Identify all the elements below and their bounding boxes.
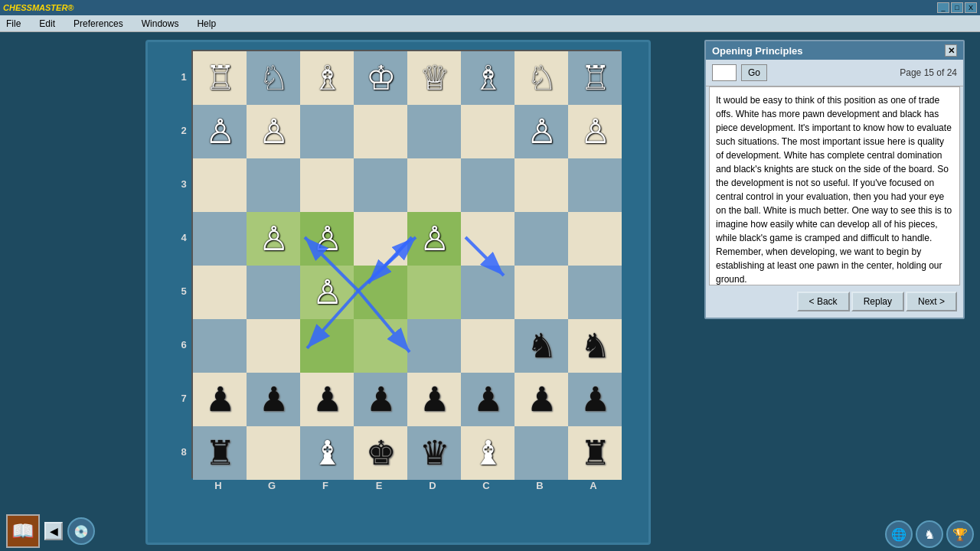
chess-square[interactable]: ♘ <box>247 51 300 105</box>
chess-square[interactable] <box>193 212 247 266</box>
nav-left-button[interactable]: ◀ <box>44 522 63 540</box>
chess-square[interactable]: ♘ <box>514 51 568 105</box>
chess-square[interactable]: ♟ <box>193 373 247 426</box>
chess-square[interactable]: ♙ <box>300 212 354 266</box>
chess-square[interactable] <box>514 158 568 212</box>
chess-square[interactable]: ♟ <box>407 373 461 426</box>
chess-square[interactable] <box>568 266 622 319</box>
chess-square[interactable] <box>300 319 354 373</box>
menu-help[interactable]: Help <box>194 17 219 31</box>
chess-square[interactable]: ♙ <box>193 105 247 158</box>
chess-square[interactable] <box>354 212 407 266</box>
chess-square[interactable]: ♝ <box>300 426 354 480</box>
chess-square[interactable] <box>193 266 247 319</box>
chess-square[interactable]: ♙ <box>247 105 300 158</box>
black-piece: ♟ <box>259 383 289 416</box>
chess-square[interactable]: ♞ <box>514 319 568 373</box>
chess-square[interactable] <box>354 105 407 158</box>
chess-square[interactable]: ♜ <box>193 426 247 480</box>
chess-square[interactable] <box>514 266 568 319</box>
trophy-icon[interactable]: 🏆 <box>946 520 974 548</box>
chess-square[interactable] <box>247 319 300 373</box>
chess-square[interactable] <box>407 319 461 373</box>
chess-square[interactable] <box>300 105 354 158</box>
chess-square[interactable] <box>407 158 461 212</box>
chess-square[interactable] <box>461 212 514 266</box>
chess-square[interactable]: ♖ <box>193 51 247 105</box>
chess-square[interactable]: ♟ <box>568 373 622 426</box>
chess-square[interactable] <box>354 319 407 373</box>
chess-square[interactable] <box>354 266 407 319</box>
rank-4: 4 <box>176 210 191 264</box>
chess-square[interactable] <box>568 158 622 212</box>
chess-square[interactable] <box>514 426 568 480</box>
chess-square[interactable]: ♔ <box>354 51 407 105</box>
window-controls[interactable]: _ □ X <box>937 2 977 13</box>
chess-square[interactable]: ♟ <box>300 373 354 426</box>
white-piece: ♘ <box>259 61 289 95</box>
menu-preferences[interactable]: Preferences <box>70 17 126 31</box>
chess-square[interactable] <box>407 105 461 158</box>
black-piece: ♟ <box>420 383 449 416</box>
white-piece: ♔ <box>366 61 396 95</box>
panel-close-button[interactable]: ✕ <box>945 44 957 57</box>
chess-square[interactable] <box>461 158 514 212</box>
chess-square[interactable]: ♕ <box>407 51 461 105</box>
disc-icon[interactable]: 💿 <box>67 517 95 545</box>
chess-square[interactable]: ♗ <box>461 51 514 105</box>
black-piece: ♛ <box>420 436 449 470</box>
book-icon[interactable]: 📖 <box>6 514 40 548</box>
chess-square[interactable]: ♙ <box>407 212 461 266</box>
globe-icon[interactable]: 🌐 <box>885 520 913 548</box>
chess-square[interactable] <box>407 266 461 319</box>
black-piece: ♟ <box>473 383 503 416</box>
chess-square[interactable] <box>461 105 514 158</box>
chess-square[interactable]: ♟ <box>354 373 407 426</box>
file-d: D <box>406 480 459 491</box>
chess-square[interactable]: ♟ <box>247 373 300 426</box>
chess-square[interactable]: ♖ <box>568 51 622 105</box>
go-input[interactable] <box>712 64 737 81</box>
white-piece: ♙ <box>205 115 235 148</box>
chess-square[interactable] <box>300 158 354 212</box>
chess-square[interactable] <box>247 426 300 480</box>
chess-square[interactable]: ♟ <box>461 373 514 426</box>
restore-button[interactable]: □ <box>951 2 963 13</box>
chess-square[interactable]: ♛ <box>407 426 461 480</box>
chess-square[interactable]: ♙ <box>300 266 354 319</box>
logo-text: CHESSMASTER® <box>3 3 74 12</box>
close-button[interactable]: X <box>965 2 977 13</box>
menu-edit[interactable]: Edit <box>36 17 58 31</box>
menu-windows[interactable]: Windows <box>139 17 182 31</box>
next-button[interactable]: Next > <box>906 292 957 311</box>
menu-file[interactable]: File <box>3 17 24 31</box>
chess-square[interactable]: ♙ <box>247 212 300 266</box>
file-e: E <box>352 480 406 491</box>
chess-square[interactable]: ♟ <box>514 373 568 426</box>
chess-square[interactable]: ♙ <box>568 105 622 158</box>
file-b: B <box>513 480 567 491</box>
chess-square[interactable] <box>193 158 247 212</box>
chess-square[interactable] <box>247 266 300 319</box>
chess-square[interactable] <box>247 158 300 212</box>
bottom-left-icons: 📖 ◀ 💿 <box>6 514 95 548</box>
chess-square[interactable]: ♝ <box>461 426 514 480</box>
white-piece: ♙ <box>312 276 342 309</box>
chess-square[interactable]: ♙ <box>514 105 568 158</box>
chess-square[interactable]: ♜ <box>568 426 622 480</box>
chess-square[interactable] <box>461 319 514 373</box>
chess-square[interactable]: ♞ <box>568 319 622 373</box>
chess-square[interactable] <box>354 158 407 212</box>
go-button[interactable]: Go <box>741 64 767 81</box>
replay-button[interactable]: Replay <box>851 292 904 311</box>
black-piece: ♜ <box>205 436 235 470</box>
chess-square[interactable] <box>461 266 514 319</box>
knight-icon[interactable]: ♞ <box>916 520 943 548</box>
chess-square[interactable] <box>514 212 568 266</box>
back-button[interactable]: < Back <box>797 292 850 311</box>
chess-square[interactable]: ♚ <box>354 426 407 480</box>
chess-square[interactable]: ♗ <box>300 51 354 105</box>
chess-square[interactable] <box>193 319 247 373</box>
chess-square[interactable] <box>568 212 622 266</box>
minimize-button[interactable]: _ <box>937 2 949 13</box>
